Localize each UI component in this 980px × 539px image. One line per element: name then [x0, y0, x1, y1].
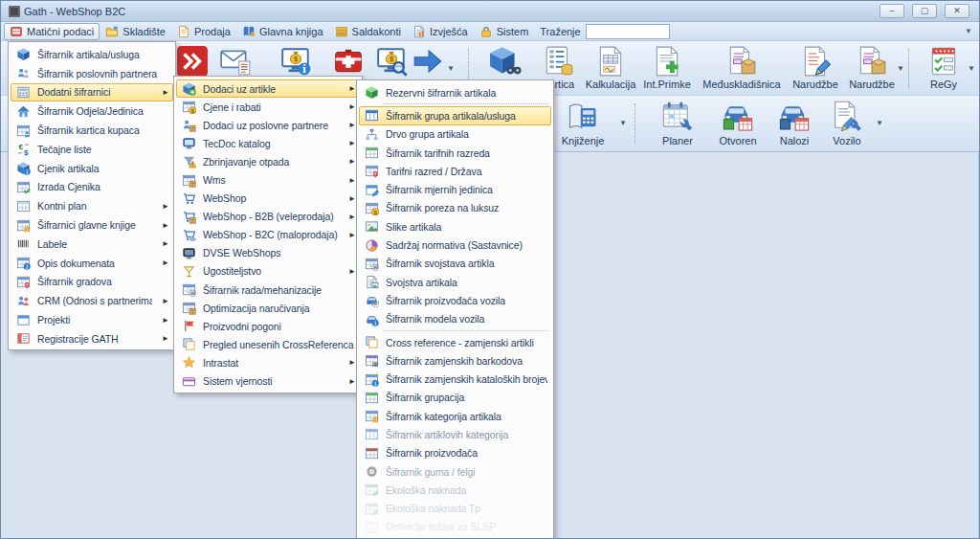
menu-item-šifrarnik-mjernih-jedinica[interactable]: Šifrarnik mjernih jedinica — [359, 180, 551, 198]
menu-item-šifrarnik-artiklovih-kategorija[interactable]: Šifrarnik artiklovih kategorija — [359, 425, 551, 443]
menu-item-svojstva-artikala[interactable]: Svojstva artikala — [359, 273, 551, 291]
menu-item-rezervni-šifrarnik-artikala[interactable]: Rezervni šifrarnik artikala — [359, 83, 551, 101]
menu-item-drvo-grupa-artikala[interactable]: Drvo grupa artikala — [359, 125, 551, 144]
menu-item-izrada-cjenika[interactable]: Izrada Cjenika — [11, 178, 173, 197]
toolbar-button-meduskladisnica[interactable]: Međuskladišnica — [698, 45, 786, 90]
menu-item-labele[interactable]: Labele► — [11, 235, 173, 254]
menubar-item-label: Skladište — [122, 26, 166, 37]
menu-item-šifrarnici-glavne-knjige[interactable]: Šifrarnici glavne knjige► — [11, 215, 173, 235]
menu-item-opis-dokumenata[interactable]: iOpis dokumenata► — [11, 254, 173, 273]
menu-item-cross-reference-zamjenski-artikli[interactable]: Cross reference - zamjenski artikli — [359, 333, 551, 351]
menubar-item-glavna-knjiga[interactable]: Glavna knjiga — [236, 23, 329, 40]
menu-item-šifrarnik-zamjenskih-barkodova[interactable]: Šifrarnik zamjenskih barkodova — [359, 351, 551, 370]
dropdown-caret-icon[interactable]: ▼ — [619, 119, 627, 127]
toolbar-button-kalkulacija[interactable]: Kalkulacija — [583, 45, 638, 90]
menu-item-ekološka-naknada-tp[interactable]: Ekološka naknada Tp — [359, 500, 551, 518]
toolbar-button-narudzbe-edit[interactable]: Narudžbe — [788, 45, 843, 90]
maximize-button[interactable]: ▢ — [912, 4, 937, 18]
toolbar-button-knjizenje[interactable]: Knjiženje — [552, 100, 613, 146]
menu-item-dvse-webshops[interactable]: DVSE WebShops — [176, 244, 360, 262]
menu-item-šifrarnik-artikala-usluga[interactable]: Šifrarnik artikala/usluga — [11, 45, 173, 64]
people-red-icon — [16, 294, 31, 308]
submenu-arrow-icon: ► — [348, 84, 356, 93]
menu-item-ugostiteljstvo[interactable]: Ugostiteljstvo► — [176, 262, 360, 281]
menu-item-tarifni-razred-država[interactable]: Tarifni razred / Država — [359, 162, 551, 180]
menu-item-dodaci-uz-artikle[interactable]: Dodaci uz artikle► — [176, 79, 360, 98]
menu-item-šifrarnik-kategorija-artikala[interactable]: Šifrarnik kategorija artikala — [359, 407, 551, 425]
menu-item-sadržaj-normativa-sastavnice[interactable]: Sadržaj normativa (Sastavnice) — [359, 236, 551, 254]
menu-item-šifrarnik-svojstava-artikla[interactable]: Šifrarnik svojstava artikla — [359, 255, 551, 273]
toolbar-button-first-aid[interactable] — [328, 45, 368, 78]
menubar-item-label: Glavna knjiga — [259, 26, 323, 37]
menu-item-webshop-b2b-veleprodaja[interactable]: WebShop - B2B (veleprodaja)► — [176, 208, 360, 226]
menu-item-šifrarnik-poreza-na-luksuz[interactable]: $Šifrarnik poreza na luksuz — [359, 199, 551, 217]
toolbar-button-int-primke[interactable]: Int.Primke — [638, 45, 696, 90]
menu-item-tečajne-liste[interactable]: €$Tečajne liste — [11, 140, 173, 159]
menu-item-cjene-i-rabati[interactable]: $Cjene i rabati► — [176, 98, 360, 116]
toolbar-button-vozilo[interactable]: Vozilo — [820, 100, 874, 146]
menubar-item-saldakonti[interactable]: Saldakonti — [329, 23, 407, 40]
search-input[interactable] — [586, 24, 670, 39]
toolbar-button-pc-money-info[interactable]: $i — [273, 45, 319, 78]
menu-item-pregled-unesenih-crossreferenca[interactable]: Pregled unesenih CrossReferenca — [176, 335, 360, 353]
toolbar-button-forward-arrow[interactable] — [411, 45, 445, 78]
menu-item-crm-odnosi-s-partnerima[interactable]: CRM (Odnosi s partnerima)► — [11, 291, 173, 310]
close-button[interactable]: ✕ — [945, 4, 969, 18]
menu-item-šifrarnik-modela-vozila[interactable]: iŠifrarnik modela vozila — [359, 310, 551, 328]
menu-item-webshop[interactable]: WebShop► — [176, 190, 360, 208]
menu-item-dodaci-uz-poslovne-partnere[interactable]: Dodaci uz poslovne partnere► — [176, 116, 360, 134]
menubar-item-sistem[interactable]: Sistem — [474, 23, 535, 40]
toolbar-button-mail[interactable] — [213, 45, 257, 78]
menu-item-optimizacija-naručivanja[interactable]: Optimizacija naručivanja — [176, 299, 360, 317]
menu-item-registracije-gath[interactable]: Registracije GATH► — [11, 329, 173, 348]
menu-item-zbrinjavanje-otpada[interactable]: !Zbrinjavanje otpada► — [176, 152, 360, 170]
dropdown-caret-icon[interactable]: ▼ — [968, 64, 975, 73]
grid-money-icon: $ — [182, 100, 196, 114]
menu-item-label: WebShop — [203, 192, 339, 204]
menu-item-tecdoc-katalog[interactable]: TecDoc katalog► — [176, 134, 360, 152]
menu-item-šifrarnik-gradova[interactable]: Šifrarnik gradova — [11, 273, 173, 292]
menu-item-šifrarnik-tarifnih-razreda[interactable]: Šifrarnik tarifnih razreda — [359, 144, 551, 162]
menu-item-šifrarnik-kartica-kupaca[interactable]: Šifrarnik kartica kupaca — [11, 121, 173, 140]
menu-item-intrastat[interactable]: Intrastat► — [176, 353, 360, 371]
toolbar-button-otvoren[interactable]: Otvoren — [709, 100, 767, 146]
menubar-item-skladi-te[interactable]: Skladište — [100, 23, 171, 40]
menubar-item-prodaja[interactable]: Prodaja — [171, 23, 236, 40]
menu-item-projekti[interactable]: Projekti► — [11, 310, 173, 329]
menu-item-webshop-b2c-maloprodaja[interactable]: WebShop - B2C (maloprodaja)► — [176, 226, 360, 244]
toolbar-button-pc-money-search[interactable]: $ — [370, 45, 412, 78]
menu-item-šifrarnik-guma-felgi[interactable]: Šifrarnik guma / felgi — [359, 462, 551, 481]
menu-item-šifrarnik-proizvođača-vozila[interactable]: Šifrarnik proizvođača vozila — [359, 291, 551, 309]
menu-item-sistem-vjernosti[interactable]: Sistem vjernosti► — [176, 372, 360, 391]
people-box-icon — [182, 118, 196, 132]
toolbar-button-regy[interactable]: ReGy — [916, 45, 971, 90]
toolbar-button-planer[interactable]: Planer — [648, 100, 707, 146]
menubar-item-mati-ni-podaci[interactable]: Matični podaci — [4, 23, 100, 40]
menu-item-label: Šifrarnik artiklovih kategorija — [386, 429, 547, 440]
menu-item-kontni-plan[interactable]: Kontni plan► — [11, 196, 173, 215]
menu-item-proizvodni-pogoni[interactable]: Proizvodni pogoni — [176, 317, 360, 335]
menu-item-šifrarnik-grupacija[interactable]: Šifrarnik grupacija — [359, 389, 551, 407]
menu-item-wms[interactable]: Wms► — [176, 170, 360, 189]
menu-item-ekološka-naknada[interactable]: Ekološka naknada — [359, 481, 551, 499]
menu-item-slike-artikala[interactable]: Slike artikala — [359, 217, 551, 236]
menu-item-šifrarnik-zamjenskih-kataloških-brojeva[interactable]: iŠifrarnik zamjenskih kataloških brojeva — [359, 370, 551, 388]
toolbar-button-quick-launch[interactable] — [177, 45, 208, 78]
menu-item-definicija-težina-za-slsp[interactable]: Definicija težina za SLSP — [359, 518, 551, 536]
dropdown-caret-icon[interactable]: ▼ — [447, 64, 455, 73]
toolbar-button-nalozi[interactable]: Nalozi — [768, 100, 820, 146]
toolbar-button-narudzbe-box[interactable]: Narudžbe — [845, 45, 899, 90]
toolbar-button-articles-search[interactable] — [481, 45, 529, 78]
menu-item-šifrarnik-odjela-jedinica[interactable]: Šifrarnik Odjela/Jedinica — [11, 101, 173, 121]
menubar-item-izvje-a[interactable]: Izvješća — [407, 23, 474, 40]
menu-item-cjenik-artikala[interactable]: iCjenik artikala — [11, 159, 173, 178]
menubar-overflow-icon[interactable]: ▼ — [965, 27, 976, 35]
menu-item-šifrarnik-rada-mehanizacije[interactable]: Šifrarnik rada/mehanizacije — [176, 281, 360, 299]
dropdown-caret-icon[interactable]: ▼ — [897, 64, 904, 73]
dropdown-caret-icon[interactable]: ▼ — [876, 119, 883, 127]
menu-item-šifrarnik-grupa-artikala-usluga[interactable]: Šifrarnik grupa artikala/usluga — [359, 106, 551, 124]
menu-item-šifrarnik-proizvođača[interactable]: Šifrarnik proizvođača — [359, 444, 551, 462]
menu-item-šifrarnik-poslovnih-partnera[interactable]: Šifrarnik poslovnih partnera — [11, 64, 173, 83]
minimize-button[interactable]: – — [880, 4, 904, 18]
menu-item-dodatni-šifrarnici[interactable]: Dodatni šifrarnici► — [11, 83, 173, 102]
